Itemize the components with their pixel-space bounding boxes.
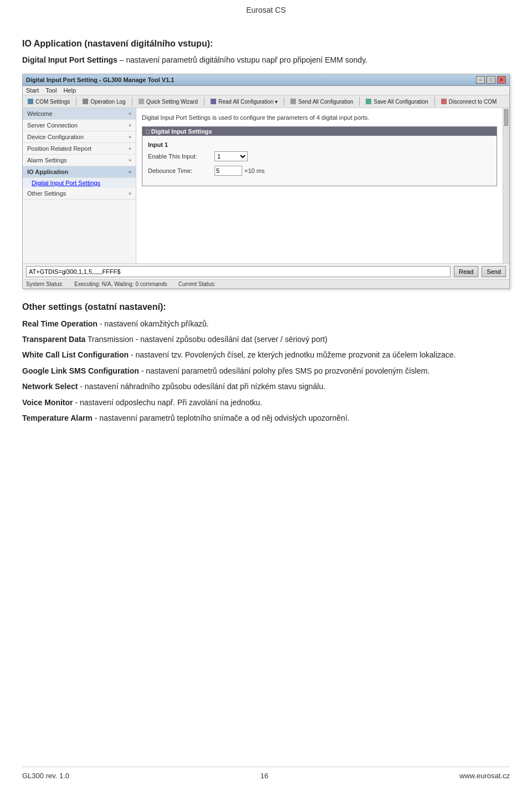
para-temp: Temperature Alarm - nastavenní parametrů… <box>22 412 510 424</box>
toolbar-separator-3 <box>204 97 204 106</box>
read-icon <box>211 99 216 104</box>
plug-icon <box>28 99 33 104</box>
scrollbar-thumb[interactable] <box>504 109 508 126</box>
system-status-label: System Status: <box>26 281 63 287</box>
toolbar-quick-wizard[interactable]: Quick Setting Wizard <box>137 98 200 105</box>
section2: Other settings (ostatní nastavení): Real… <box>22 300 510 424</box>
disconnect-icon <box>441 99 447 104</box>
para-realtime-rest: - nastavení okamžitých příkazů. <box>98 319 209 328</box>
wand-icon <box>139 99 144 104</box>
debounce-row: Debounce Time: ×10 ms <box>148 166 491 176</box>
section2-title: Other settings (ostatní nastavení): <box>22 300 510 314</box>
toolbar-separator-1 <box>76 97 76 106</box>
main-scrollbar[interactable] <box>503 108 509 263</box>
para-realtime-bold: Real Time Operation <box>22 319 98 328</box>
sidebar: Welcome « Server Connection » Device Con… <box>23 108 136 263</box>
menu-help[interactable]: Help <box>63 87 76 94</box>
command-input[interactable] <box>26 266 451 277</box>
page-header: Eurosat CS <box>0 0 532 18</box>
toolbar: COM Settings Operation Log Quick Setting… <box>23 95 509 108</box>
chevron-welcome: « <box>129 111 131 116</box>
enable-select[interactable]: 1 0 <box>214 151 248 161</box>
toolbar-disconnect[interactable]: Disconnect to COM <box>439 98 499 105</box>
section1-bold: Digital Input Port Settings <box>22 55 117 64</box>
input-section-label: Input 1 <box>148 141 491 148</box>
sidebar-item-position-report[interactable]: Position Related Report » <box>23 143 136 155</box>
menu-start[interactable]: Start <box>26 87 39 94</box>
digital-input-settings-box: □ Digital Input Settings Input 1 Enable … <box>142 126 497 186</box>
debounce-input[interactable] <box>214 166 242 176</box>
main-panel: Digital Input Port Settings is used to c… <box>136 108 503 263</box>
section1-desc: Digital Input Port Settings – nastavení … <box>22 54 510 66</box>
content-area: IO Application (nastavení digitálního vs… <box>0 18 532 450</box>
send-button[interactable]: Send <box>482 266 506 277</box>
close-button[interactable]: ✕ <box>497 76 506 84</box>
para-transparent-bold: Transparent Data <box>22 335 85 344</box>
app-window-title: Digital Input Port Setting - GL300 Manag… <box>26 76 175 83</box>
settings-box-header: □ Digital Input Settings <box>142 127 497 136</box>
para-voice-rest: - nastavení odposlechu např. Při zavolán… <box>73 398 263 407</box>
sidebar-item-device-config[interactable]: Device Configuration » <box>23 131 136 143</box>
para-whitecall-bold: White Call List Configuration <box>22 350 129 359</box>
chevron-alarm: » <box>129 157 131 163</box>
main-panel-container: Digital Input Port Settings is used to c… <box>136 108 509 263</box>
sidebar-subitem-digital-input[interactable]: Digital Input Port Settings <box>23 178 136 188</box>
toolbar-save-all[interactable]: Save All Configuration <box>364 98 429 105</box>
section1-rest: – nastavení parametrů digitálního vstupu… <box>117 55 367 64</box>
para-google: Google Link SMS Configuration - nastaven… <box>22 365 510 377</box>
para-whitecall: White Call List Configuration - nastaven… <box>22 349 510 361</box>
sidebar-item-io-application[interactable]: IO Application « <box>23 166 136 178</box>
para-temp-rest: - nastavenní parametrů teplotního snímač… <box>93 414 350 422</box>
para-whitecall-rest: - nastavení tzv. Povolených čísel, ze kt… <box>129 350 456 359</box>
toolbar-operation-log[interactable]: Operation Log <box>81 98 127 105</box>
footer-left: GL300 rev. 1.0 <box>22 772 69 780</box>
section1-title: IO Application (nastavení digitálního vs… <box>22 39 510 49</box>
menu-tool[interactable]: Tool <box>45 87 57 94</box>
toolbar-separator-5 <box>359 97 360 106</box>
chevron-io: « <box>129 169 131 175</box>
minimize-button[interactable]: – <box>476 76 485 84</box>
sidebar-item-alarm[interactable]: Alarm Settings » <box>23 155 136 166</box>
toolbar-separator-4 <box>284 97 284 106</box>
toolbar-send-all[interactable]: Send All Configuration <box>289 98 355 105</box>
sidebar-item-welcome[interactable]: Welcome « <box>23 108 136 120</box>
read-button[interactable]: Read <box>454 266 478 277</box>
para-network: Network Select - nastavení náhradního zp… <box>22 380 510 392</box>
settings-box-body: Input 1 Enable This Input: 1 0 <box>142 136 497 186</box>
status-bar: System Status: Executing: N/A, Waiting: … <box>23 279 509 288</box>
para-network-bold: Network Select <box>22 382 78 391</box>
debounce-label: Debounce Time: <box>148 167 214 174</box>
para-google-rest: - nastavení parametrů odesílání polohy p… <box>139 366 430 375</box>
debounce-unit: ×10 ms <box>244 167 264 174</box>
chevron-other: » <box>129 191 131 196</box>
para-voice-bold: Voice Monitor <box>22 398 73 407</box>
footer-center: 16 <box>260 772 268 780</box>
enable-input-row: Enable This Input: 1 0 <box>148 151 491 161</box>
sidebar-label-server-connection: Server Connection <box>27 122 78 129</box>
para-realtime: Real Time Operation - nastavení okamžitý… <box>22 318 510 330</box>
current-status-label: Current Status: <box>178 281 216 287</box>
panel-description: Digital Input Port Settings is used to c… <box>142 114 497 122</box>
toolbar-separator-6 <box>434 97 435 106</box>
send-icon <box>290 99 296 104</box>
enable-label: Enable This Input: <box>148 153 214 160</box>
para-network-rest: - nastavení náhradního způsobu odesílání… <box>78 382 325 391</box>
para-transparent: Transparent Data Transmission - nastaven… <box>22 333 510 345</box>
chevron-server: » <box>129 123 131 128</box>
save-icon <box>366 99 371 104</box>
maximize-button[interactable]: □ <box>487 76 495 84</box>
toolbar-com-settings[interactable]: COM Settings <box>26 98 71 105</box>
para-transparent-rest: Transmission - nastavení způsobu odesílá… <box>85 335 328 344</box>
executing-status: Executing: N/A, Waiting: 0 commands <box>74 281 167 287</box>
settings-box-title: Digital Input Settings <box>151 128 212 135</box>
sidebar-item-server-connection[interactable]: Server Connection » <box>23 120 136 131</box>
sidebar-item-other-settings[interactable]: Other Settings » <box>23 188 136 200</box>
menu-bar: Start Tool Help <box>23 86 509 95</box>
page-footer: GL300 rev. 1.0 16 www.eurosat.cz <box>22 767 510 780</box>
titlebar-buttons: – □ ✕ <box>476 76 506 84</box>
header-title: Eurosat CS <box>246 6 286 14</box>
chevron-device: » <box>129 134 131 140</box>
log-icon <box>83 99 88 104</box>
toolbar-read-all[interactable]: Read All Configuration ▾ <box>209 98 279 105</box>
footer-right: www.eurosat.cz <box>459 772 510 780</box>
